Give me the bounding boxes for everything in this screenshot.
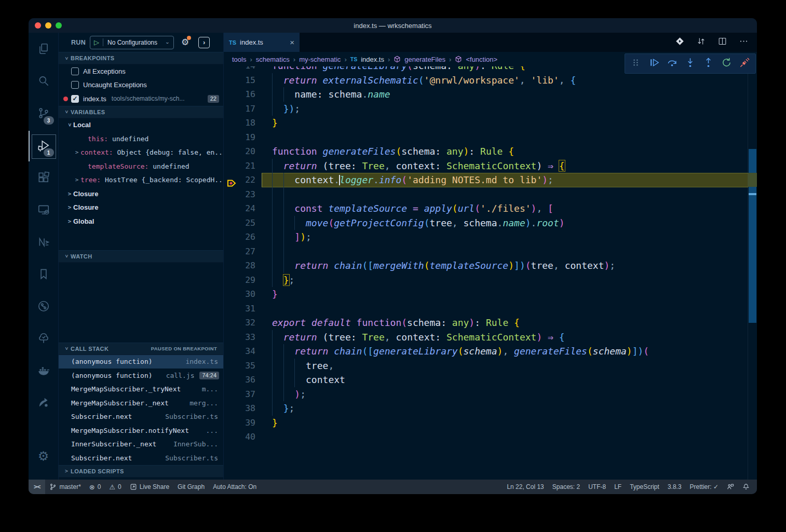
status-language-mode[interactable]: TypeScript (626, 480, 663, 494)
breadcrumb-item[interactable]: generateFiles (404, 56, 445, 63)
status-live-share[interactable]: Live Share (126, 480, 173, 494)
status-encoding[interactable]: UTF-8 (584, 480, 610, 494)
variable-row[interactable]: >tree: HostTree {_backend: ScopedH... (59, 173, 223, 187)
call-stack-frame[interactable]: MergeMapSubscriber.notifyNext... (59, 424, 223, 438)
call-stack-frame[interactable]: MergeMapSubscriber._tryNextm... (59, 383, 223, 397)
split-editor-icon[interactable] (717, 36, 727, 48)
activity-nx-console[interactable] (29, 227, 59, 259)
call-stack-section-header[interactable]: > CALL STACK PAUSED ON BREAKPOINT (59, 343, 223, 355)
code-line[interactable]: 39} (224, 416, 748, 430)
status-auto-attach[interactable]: Auto Attach: On (209, 480, 261, 494)
code-line[interactable]: 35tree, (224, 359, 748, 373)
breakpoints-section-header[interactable]: > BREAKPOINTS (59, 52, 223, 64)
status-git-branch[interactable]: master* (45, 480, 85, 494)
code-line[interactable]: 31 (224, 302, 748, 316)
start-debug-icon[interactable]: ▷ (90, 38, 103, 46)
breakpoint-checkbox[interactable]: ✓ (71, 95, 79, 103)
code-line[interactable]: 28return chain([mergeWith(templateSource… (224, 258, 748, 273)
call-stack-frame[interactable]: Subscriber.nextSubscriber.ts (59, 410, 223, 424)
code-line[interactable]: 30} (224, 287, 748, 302)
breakpoint-row[interactable]: ✓index.tstools/schematics/my-sch...22 (59, 92, 223, 106)
minimize-window-button[interactable] (45, 22, 51, 29)
code-line[interactable]: 33return (tree: Tree, context: Schematic… (224, 330, 748, 345)
close-icon[interactable]: × (290, 38, 294, 47)
activity-project-manager[interactable] (29, 388, 59, 420)
breadcrumb-item[interactable]: index.ts (361, 56, 384, 63)
call-stack-frame[interactable]: (anonymous function)index.ts (59, 355, 223, 369)
variable-row[interactable]: >context: Object {debug: false, en... (59, 146, 223, 160)
code-line[interactable]: 34return chain([generateLibrary(schema),… (224, 344, 748, 359)
breakpoint-row[interactable]: Uncaught Exceptions (59, 78, 223, 92)
breadcrumb-item[interactable]: tools (232, 56, 246, 63)
code-line[interactable]: 37); (224, 387, 748, 402)
breadcrumb-item[interactable]: <function> (466, 56, 497, 63)
code-line[interactable]: 18} (224, 116, 748, 130)
tab-index-ts[interactable]: TS index.ts × (224, 33, 300, 52)
step-over-button[interactable] (664, 56, 680, 72)
launch-config-dropdown[interactable]: ▷ No Configurations ⌄ (90, 36, 174, 49)
status-cursor-position[interactable]: Ln 22, Col 13 (503, 480, 548, 494)
close-window-button[interactable] (35, 22, 41, 29)
activity-remote-explorer[interactable] (29, 195, 59, 227)
code-line[interactable]: 26]); (224, 230, 748, 244)
activity-docker[interactable] (29, 356, 59, 388)
activity-manage[interactable]: ⚙ (29, 440, 59, 472)
code-line[interactable]: 20function generateFiles(schema: any): R… (224, 144, 748, 159)
variable-row[interactable]: >Local (59, 118, 223, 132)
activity-run-and-debug[interactable]: 1 (29, 130, 59, 162)
status-feedback[interactable] (723, 480, 738, 494)
activity-gitlens[interactable] (29, 291, 59, 323)
loaded-scripts-section-header[interactable]: > LOADED SCRIPTS (59, 465, 223, 478)
breakpoint-checkbox[interactable] (71, 67, 79, 75)
activity-bookmarks[interactable] (29, 259, 59, 291)
maximize-window-button[interactable] (56, 22, 62, 29)
restart-button[interactable] (719, 56, 735, 72)
watch-section-header[interactable]: > WATCH (59, 250, 223, 263)
breakpoint-checkbox[interactable] (71, 81, 79, 89)
call-stack-frame[interactable]: Subscriber.nextSubscriber.ts (59, 451, 223, 465)
code-line[interactable]: 36context (224, 373, 748, 387)
continue-button[interactable] (646, 56, 661, 72)
status-errors[interactable]: ⊗0 (85, 480, 105, 494)
status-git-graph[interactable]: Git Graph (173, 480, 209, 494)
code-line[interactable]: 32export default function(schema: any): … (224, 316, 748, 330)
more-icon[interactable] (739, 36, 749, 48)
code-line[interactable]: 38}; (224, 401, 748, 416)
variable-row[interactable]: >Closure (59, 187, 223, 201)
status-remote-indicator[interactable]: >< (29, 480, 45, 494)
call-stack-frame[interactable]: InnerSubscriber._nextInnerSub... (59, 438, 223, 452)
code-line[interactable]: 25move(getProjectConfig(tree, schema.nam… (224, 216, 748, 230)
call-stack-frame[interactable]: MergeMapSubscriber._nextmerg... (59, 396, 223, 410)
status-notifications[interactable] (738, 480, 754, 494)
variable-row[interactable]: >Closure (59, 201, 223, 215)
code-line[interactable]: 22context.logger.info('adding NOTES.md t… (224, 173, 748, 187)
status-ts-version[interactable]: 3.8.3 (663, 480, 686, 494)
activity-explorer[interactable] (29, 34, 59, 66)
step-out-button[interactable] (701, 56, 716, 72)
code-line[interactable]: 19 (224, 130, 748, 145)
status-prettier[interactable]: Prettier: ✓ (686, 480, 723, 494)
activity-source-control[interactable]: 3 (29, 98, 59, 130)
code-line[interactable]: 16name: schema.name (224, 87, 748, 102)
drag-handle[interactable] (628, 56, 643, 72)
code-line[interactable]: 27 (224, 244, 748, 259)
disconnect-button[interactable] (737, 56, 753, 72)
status-warnings[interactable]: ⚠0 (105, 480, 125, 494)
activity-todo-tree[interactable] (29, 323, 59, 356)
breadcrumb-item[interactable]: schematics (256, 56, 290, 63)
code-line[interactable]: 24const templateSource = apply(url('./fi… (224, 201, 748, 216)
configure-gear-button[interactable]: ⚙ (181, 37, 189, 48)
status-eol[interactable]: LF (610, 480, 626, 494)
scrollbar[interactable] (748, 52, 757, 480)
code-line[interactable]: 17}); (224, 102, 748, 116)
code-line[interactable]: 23 (224, 187, 748, 202)
code-viewport[interactable]: 14function generateLibrary(schema: any):… (224, 52, 748, 480)
code-line[interactable]: 15return externalSchematic('@nrwl/worksp… (224, 73, 748, 88)
activity-search[interactable] (29, 66, 59, 98)
variable-row[interactable]: >Global (59, 214, 223, 228)
step-into-button[interactable] (683, 56, 698, 72)
breakpoint-row[interactable]: All Exceptions (59, 64, 223, 78)
code-line[interactable]: 29}; (224, 273, 748, 288)
debug-console-button[interactable]: › (198, 37, 210, 48)
variable-row[interactable]: templateSource: undefined (59, 159, 223, 173)
